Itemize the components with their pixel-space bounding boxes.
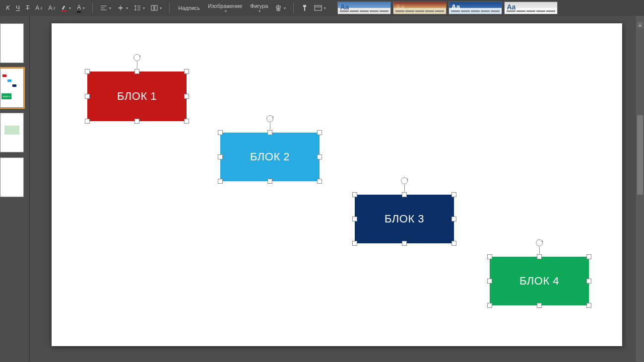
insert-image-button[interactable]: Изображение ▾ — [205, 2, 245, 14]
align-h-button[interactable]: ▾ — [99, 4, 113, 12]
resize-handle-bl[interactable] — [352, 241, 357, 246]
slide-thumbnail[interactable] — [0, 157, 24, 197]
slide-canvas[interactable]: БЛОК 1БЛОК 2БЛОК 3БЛОК 4 — [52, 23, 622, 346]
svg-rect-14 — [304, 7, 305, 11]
resize-handle-ml[interactable] — [352, 217, 357, 221]
svg-rect-8 — [151, 5, 154, 10]
insert-shape-button[interactable]: Фигура ▾ — [248, 2, 270, 14]
resize-handle-bm[interactable] — [402, 241, 407, 246]
svg-rect-15 — [315, 5, 322, 10]
resize-handle-br[interactable] — [451, 241, 456, 246]
resize-handle-tl[interactable] — [85, 69, 90, 74]
slide-thumbnail[interactable] — [0, 23, 24, 63]
svg-rect-13 — [303, 5, 306, 7]
shape-block-3[interactable]: БЛОК 3 — [355, 195, 454, 243]
resize-handle-bm[interactable] — [267, 179, 272, 184]
insert-shape-label: Фигура — [250, 3, 268, 9]
resize-handle-bm[interactable] — [134, 119, 139, 124]
font-color-button[interactable]: A ▾ — [75, 3, 86, 13]
slide-thumbnail-current[interactable]: БЛОК 4 — [0, 68, 24, 108]
shape-label: БЛОК 3 — [385, 213, 424, 225]
svg-rect-9 — [155, 5, 157, 10]
resize-handle-tr[interactable] — [586, 254, 591, 259]
format-painter-button[interactable] — [300, 3, 310, 12]
toolbar-divider — [293, 2, 294, 13]
resize-handle-tm[interactable] — [267, 130, 272, 135]
theme-thumbnail[interactable]: Aa — [449, 1, 502, 14]
resize-handle-tl[interactable] — [218, 130, 223, 135]
resize-handle-tm[interactable] — [134, 69, 139, 74]
shape-label: БЛОК 4 — [519, 275, 559, 288]
insert-group: Надпись Изображение ▾ Фигура ▾ ▾ — [174, 2, 289, 14]
main-area: БЛОК 4 БЛОК 1БЛОК 2БЛОК 3БЛОК 4 — [0, 16, 644, 362]
resize-handle-ml[interactable] — [218, 154, 223, 159]
resize-handle-tr[interactable] — [317, 130, 322, 135]
slide-thumbnail[interactable] — [0, 113, 24, 152]
resize-handle-bm[interactable] — [537, 303, 542, 308]
toolbar-divider — [169, 2, 170, 13]
theme-thumbnail[interactable]: Aa — [504, 1, 558, 14]
columns-button[interactable]: ▾ — [149, 4, 163, 12]
resize-handle-ml[interactable] — [85, 94, 90, 99]
font-style-group: K Ч Т A2 A2 ▾ A ▾ — [2, 3, 88, 13]
insert-image-label: Изображение — [208, 3, 242, 9]
resize-handle-tm[interactable] — [402, 192, 407, 197]
subscript-button[interactable]: A2 — [47, 3, 57, 12]
rotate-handle-icon[interactable] — [401, 177, 408, 184]
resize-handle-bl[interactable] — [85, 119, 90, 124]
resize-handle-br[interactable] — [317, 179, 322, 184]
paragraph-group: ▾ ▾ ▾ ▾ — [97, 4, 165, 12]
scroll-up-arrow[interactable]: ▴ — [637, 22, 643, 28]
highlight-color-button[interactable]: ▾ — [60, 4, 72, 12]
ribbon-toolbar: K Ч Т A2 A2 ▾ A ▾ ▾ ▾ ▾ ▾ — [0, 0, 644, 16]
shape-label: БЛОК 1 — [117, 90, 157, 103]
shape-label: БЛОК 2 — [250, 150, 290, 163]
slide-thumbnail-panel: БЛОК 4 — [0, 16, 30, 362]
shape-block-4[interactable]: БЛОК 4 — [490, 257, 589, 305]
resize-handle-br[interactable] — [184, 119, 189, 124]
theme-gallery: Aa Aa Aa Aa — [337, 1, 558, 14]
resize-handle-ml[interactable] — [487, 279, 492, 284]
resize-handle-mr[interactable] — [586, 279, 591, 284]
resize-handle-bl[interactable] — [218, 179, 223, 184]
shape-block-2[interactable]: БЛОК 2 — [220, 133, 320, 181]
align-objects-button[interactable]: ▾ — [273, 3, 287, 12]
rotate-handle-icon[interactable] — [536, 239, 543, 246]
slide-settings-group: ▾ — [298, 3, 329, 12]
underline-button[interactable]: Ч — [14, 3, 21, 12]
resize-handle-mr[interactable] — [184, 94, 189, 99]
shape-block-1[interactable]: БЛОК 1 — [87, 72, 187, 121]
resize-handle-tl[interactable] — [487, 254, 492, 259]
resize-handle-tr[interactable] — [451, 192, 456, 197]
toolbar-divider — [92, 2, 93, 13]
resize-handle-br[interactable] — [586, 303, 591, 308]
resize-handle-mr[interactable] — [451, 217, 456, 221]
strikethrough-button[interactable]: Т — [24, 3, 31, 12]
resize-handle-tr[interactable] — [184, 69, 189, 74]
rotate-handle-icon[interactable] — [133, 54, 140, 61]
rotate-handle-icon[interactable] — [266, 115, 273, 122]
resize-handle-tm[interactable] — [537, 254, 542, 259]
resize-handle-bl[interactable] — [487, 303, 492, 308]
resize-handle-mr[interactable] — [317, 154, 322, 159]
theme-thumbnail[interactable]: Aa — [393, 1, 447, 14]
align-v-button[interactable]: ▾ — [116, 4, 129, 12]
resize-handle-tl[interactable] — [352, 192, 357, 197]
scrollbar-thumb[interactable] — [637, 115, 643, 195]
mini-block-label: БЛОК 4 — [1, 93, 11, 99]
vertical-scrollbar[interactable]: ▴ — [636, 16, 644, 362]
theme-thumbnail[interactable]: Aa — [337, 1, 391, 14]
slide-size-button[interactable]: ▾ — [313, 4, 327, 12]
canvas-viewport[interactable]: БЛОК 1БЛОК 2БЛОК 3БЛОК 4 — [30, 16, 644, 362]
insert-textbox-button[interactable]: Надпись — [176, 4, 202, 12]
superscript-button[interactable]: A2 — [34, 3, 44, 12]
line-spacing-button[interactable]: ▾ — [132, 4, 146, 12]
italic-button[interactable]: K — [4, 3, 11, 12]
